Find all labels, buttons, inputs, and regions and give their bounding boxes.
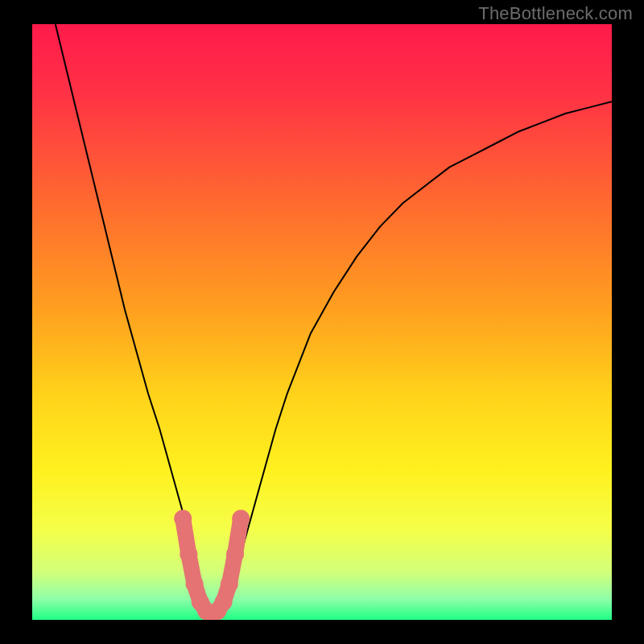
highlight-dot — [186, 576, 204, 593]
highlight-dot — [215, 593, 233, 611]
chart-svg — [32, 24, 612, 620]
watermark-label: TheBottleneck.com — [478, 3, 633, 24]
plot-area — [32, 24, 612, 620]
highlight-dot — [180, 546, 197, 564]
highlight-dot — [221, 576, 238, 593]
highlight-dot — [232, 510, 250, 527]
highlight-dot — [174, 510, 192, 527]
gradient-background — [32, 24, 612, 620]
chart-frame: TheBottleneck.com — [0, 0, 644, 644]
highlight-dot — [226, 546, 244, 564]
